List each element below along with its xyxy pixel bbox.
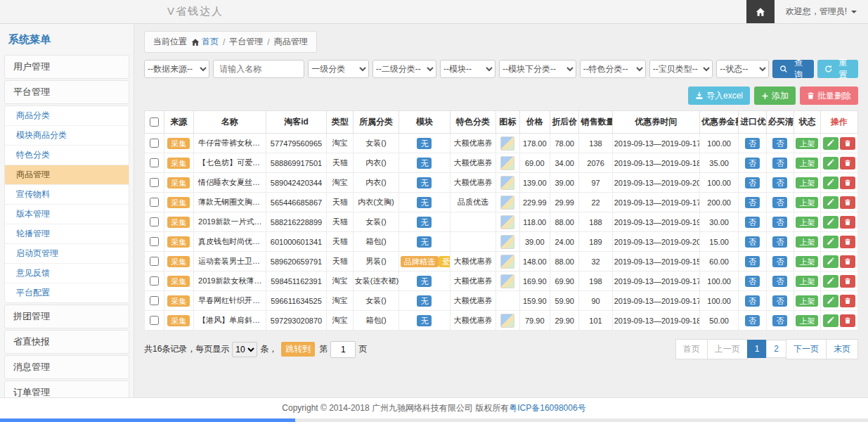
sidebar-subitem[interactable]: 商品分类: [5, 106, 129, 126]
sidebar-subitem[interactable]: 轮播管理: [5, 224, 129, 244]
row-checkbox[interactable]: [150, 178, 159, 187]
sidebar-subitem[interactable]: 版本管理: [5, 205, 129, 224]
sidebar-subitem[interactable]: 模块商品分类: [5, 126, 129, 146]
page-button[interactable]: 末页: [826, 339, 858, 359]
filter-level2-category-select[interactable]: --二级分类--: [373, 60, 436, 78]
row-checkbox[interactable]: [150, 276, 159, 286]
page-button[interactable]: 1: [747, 340, 767, 358]
sidebar-subitem[interactable]: 意见反馈: [5, 264, 129, 283]
status-badge[interactable]: 上架: [796, 138, 818, 149]
row-checkbox[interactable]: [150, 217, 159, 226]
breadcrumb-item[interactable]: 平台管理: [229, 36, 263, 48]
edit-button[interactable]: [823, 157, 838, 170]
delete-button[interactable]: [840, 314, 855, 327]
filter-level1-category-select[interactable]: 一级分类: [308, 60, 369, 78]
filter-data-source-select[interactable]: --数据来源--: [144, 60, 209, 78]
must-buy-badge[interactable]: 否: [772, 158, 787, 169]
delete-button[interactable]: [840, 275, 855, 288]
row-checkbox[interactable]: [150, 237, 159, 246]
import-optimal-badge[interactable]: 否: [745, 197, 760, 208]
delete-button[interactable]: [840, 196, 855, 209]
edit-button[interactable]: [823, 236, 838, 248]
user-menu[interactable]: 欢迎您，管理员!: [775, 6, 868, 18]
filter-module-sub-select[interactable]: --模块下分类--: [499, 60, 576, 78]
status-badge[interactable]: 上架: [796, 315, 818, 326]
row-checkbox[interactable]: [150, 198, 159, 207]
edit-button[interactable]: [823, 137, 838, 150]
import-optimal-badge[interactable]: 否: [745, 138, 760, 149]
import-optimal-badge[interactable]: 否: [745, 158, 760, 169]
import-optimal-badge[interactable]: 否: [745, 256, 760, 267]
status-badge[interactable]: 上架: [796, 256, 818, 267]
status-badge[interactable]: 上架: [796, 197, 818, 208]
page-button[interactable]: 2: [766, 340, 786, 358]
import-excel-button[interactable]: 导入excel: [688, 87, 750, 105]
edit-button[interactable]: [823, 275, 838, 288]
filter-module-select[interactable]: --模块--: [440, 60, 495, 78]
scrollbar-thumb[interactable]: [0, 418, 295, 422]
row-checkbox[interactable]: [150, 316, 159, 325]
must-buy-badge[interactable]: 否: [772, 138, 787, 149]
delete-button[interactable]: [840, 236, 855, 248]
row-checkbox[interactable]: [150, 139, 159, 148]
row-checkbox[interactable]: [150, 158, 159, 167]
import-optimal-badge[interactable]: 否: [745, 295, 760, 307]
sidebar-item[interactable]: 订单管理: [4, 381, 129, 398]
sidebar-subitem[interactable]: 特色分类: [5, 146, 129, 165]
delete-button[interactable]: [840, 157, 855, 170]
status-badge[interactable]: 上架: [796, 158, 818, 169]
icp-link[interactable]: 粤ICP备16098006号: [509, 403, 585, 413]
must-buy-badge[interactable]: 否: [772, 276, 787, 287]
status-badge[interactable]: 上架: [796, 236, 818, 248]
status-badge[interactable]: 上架: [796, 295, 818, 307]
breadcrumb-home-link[interactable]: 首页: [191, 36, 219, 48]
sidebar-item[interactable]: 拼团管理: [4, 305, 129, 328]
edit-button[interactable]: [823, 255, 838, 268]
must-buy-badge[interactable]: 否: [772, 177, 787, 188]
import-optimal-badge[interactable]: 否: [745, 177, 760, 188]
horizontal-scrollbar[interactable]: [0, 418, 868, 422]
delete-button[interactable]: [840, 137, 855, 150]
delete-button[interactable]: [840, 255, 855, 268]
edit-button[interactable]: [823, 216, 838, 229]
import-optimal-badge[interactable]: 否: [745, 217, 760, 228]
filter-feature-category-select[interactable]: --特色分类--: [580, 60, 646, 78]
edit-button[interactable]: [823, 295, 838, 307]
delete-button[interactable]: [840, 216, 855, 229]
edit-button[interactable]: [823, 196, 838, 209]
edit-button[interactable]: [823, 314, 838, 327]
jump-page-input[interactable]: [330, 341, 356, 358]
add-button[interactable]: 添加: [754, 87, 796, 105]
search-button[interactable]: 查询: [772, 60, 813, 78]
page-button[interactable]: 首页: [675, 339, 708, 359]
must-buy-badge[interactable]: 否: [772, 217, 787, 228]
filter-status-select[interactable]: --状态--: [716, 60, 769, 78]
filter-name-input[interactable]: [213, 60, 304, 78]
page-button[interactable]: 上一页: [707, 339, 748, 359]
sidebar-subitem[interactable]: 平台配置: [5, 283, 129, 302]
page-button[interactable]: 下一页: [786, 339, 827, 359]
home-button[interactable]: [746, 0, 775, 23]
row-checkbox[interactable]: [150, 257, 159, 266]
sidebar-item[interactable]: 平台管理: [4, 80, 129, 104]
row-checkbox[interactable]: [150, 296, 159, 305]
filter-item-type-select[interactable]: --宝贝类型--: [649, 60, 713, 78]
jump-to-button[interactable]: 跳转到: [281, 342, 315, 357]
must-buy-badge[interactable]: 否: [772, 197, 787, 208]
sidebar-item-active[interactable]: 商品管理: [5, 165, 129, 185]
must-buy-badge[interactable]: 否: [772, 236, 787, 248]
sidebar-subitem[interactable]: 启动页管理: [5, 244, 129, 264]
delete-button[interactable]: [840, 177, 855, 189]
reset-button[interactable]: 重置: [817, 60, 858, 78]
edit-button[interactable]: [823, 177, 838, 189]
status-badge[interactable]: 上架: [796, 217, 818, 228]
per-page-select[interactable]: 10: [232, 342, 257, 357]
sidebar-subitem[interactable]: 宣传物料: [5, 185, 129, 205]
batch-delete-button[interactable]: 批量删除: [800, 87, 858, 105]
sidebar-item[interactable]: 消息管理: [4, 355, 129, 379]
import-optimal-badge[interactable]: 否: [745, 315, 760, 326]
sidebar-item[interactable]: 用户管理: [4, 55, 129, 79]
status-badge[interactable]: 上架: [796, 276, 818, 287]
must-buy-badge[interactable]: 否: [772, 315, 787, 326]
must-buy-badge[interactable]: 否: [772, 256, 787, 267]
